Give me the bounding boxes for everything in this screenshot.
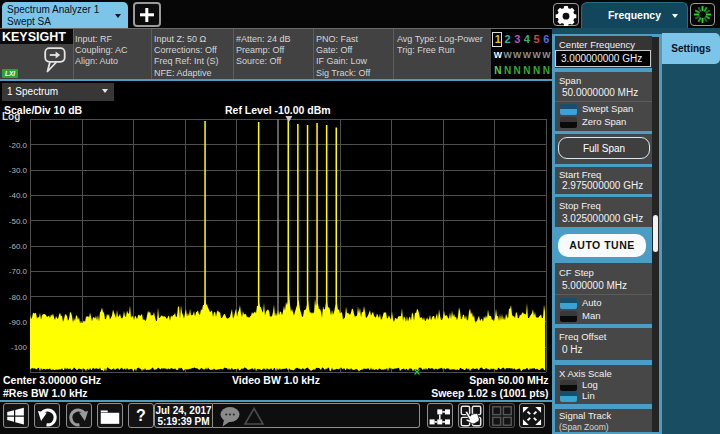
- svg-text:-20.0: -20.0: [9, 141, 28, 150]
- svg-text:-60.0: -60.0: [9, 242, 28, 251]
- svg-text:-30.0: -30.0: [9, 166, 28, 175]
- svg-text:-80.0: -80.0: [9, 293, 28, 302]
- svg-text:-50.0: -50.0: [9, 217, 28, 226]
- svg-text:-40.0: -40.0: [9, 191, 28, 200]
- svg-text:-90.0: -90.0: [9, 318, 28, 327]
- svg-text:-100: -100: [11, 343, 28, 352]
- svg-text:-70.0: -70.0: [9, 267, 28, 276]
